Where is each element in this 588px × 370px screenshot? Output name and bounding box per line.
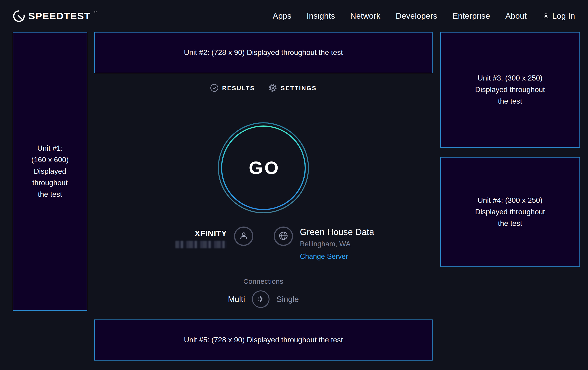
server-globe-circle [274,227,293,246]
isp-avatar-circle [234,227,253,246]
nav-item-about[interactable]: About [505,11,527,20]
server-name: Green House Data [300,227,374,237]
ad-unit-2: Unit #2: (728 x 90) Displayed throughout… [94,32,432,73]
go-button[interactable]: GO [217,122,309,214]
ad-unit-1-text: Unit #1: (160 x 600) Displayed throughou… [29,142,71,200]
tab-results-label: RESULTS [222,85,255,92]
connection-option-single[interactable]: Single [276,295,299,304]
tab-results[interactable]: RESULTS [210,84,255,93]
ad-unit-5-text: Unit #5: (728 x 90) Displayed throughout… [181,334,345,346]
nav-item-developers[interactable]: Developers [396,11,437,20]
brand-logo[interactable]: SPEEDTEST ® [13,10,96,22]
go-label: GO [217,122,309,214]
connections-label: Connections [94,278,432,285]
gear-icon [268,83,277,93]
isp-text: XFINITY [175,229,227,248]
isp-name: XFINITY [195,229,227,238]
hosts-row: XFINITY [94,227,432,261]
isp-ip-redacted [175,241,227,248]
speedtest-page: SPEEDTEST ® Apps Insights Network Develo… [0,0,588,370]
ad-unit-1: Unit #1: (160 x 600) Displayed throughou… [13,32,87,311]
trademark-mark: ® [94,11,96,13]
tabs-row: RESULTS SETTINGS [94,83,432,93]
check-circle-icon [210,84,219,93]
multi-arrows-icon [256,294,266,305]
connection-mode-toggle[interactable] [252,290,270,308]
ad-unit-5: Unit #5: (728 x 90) Displayed throughout… [94,320,432,360]
change-server-link[interactable]: Change Server [300,252,348,261]
nav-item-apps[interactable]: Apps [273,11,292,20]
server-group: Green House Data Bellingham, WA Change S… [274,227,374,261]
nav-item-enterprise[interactable]: Enterprise [452,11,490,20]
nav-item-insights[interactable]: Insights [307,11,335,20]
connections-toggle-row: Multi Single [94,290,432,308]
ad-unit-4: Unit #4: (300 x 250) Displayed throughou… [440,157,580,267]
connections-section: Connections Multi Single [94,278,432,308]
server-location: Bellingham, WA [300,240,351,248]
tab-settings[interactable]: SETTINGS [268,83,317,93]
top-nav: SPEEDTEST ® Apps Insights Network Develo… [0,0,588,32]
ad-unit-3: Unit #3: (300 x 250) Displayed throughou… [440,32,580,148]
ad-unit-4-text: Unit #4: (300 x 250) Displayed throughou… [473,195,547,229]
brand-name: SPEEDTEST [28,10,91,22]
connection-option-multi[interactable]: Multi [228,295,245,304]
login-button[interactable]: Log In [542,11,575,20]
user-icon [542,12,550,20]
ad-unit-3-text: Unit #3: (300 x 250) Displayed throughou… [473,72,547,107]
speedometer-logo-icon [13,10,25,22]
tab-settings-label: SETTINGS [281,85,317,92]
nav-item-network[interactable]: Network [350,11,380,20]
isp-group: XFINITY [175,227,253,261]
isp-cell: XFINITY [94,227,263,261]
login-label: Log In [552,11,575,20]
server-cell: Green House Data Bellingham, WA Change S… [263,227,433,261]
ad-unit-2-text: Unit #2: (728 x 90) Displayed throughout… [181,47,345,58]
server-text: Green House Data Bellingham, WA Change S… [300,227,374,261]
nav-links: Apps Insights Network Developers Enterpr… [273,11,575,20]
user-avatar-icon [238,230,249,242]
globe-icon [278,230,289,242]
